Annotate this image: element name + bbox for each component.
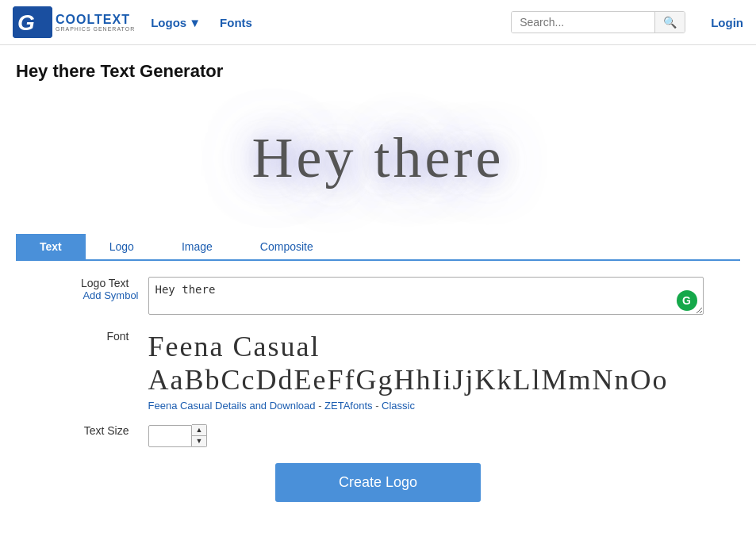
create-logo-button[interactable]: Create Logo [275, 463, 481, 502]
font-label: Font [106, 324, 138, 343]
nav-logos[interactable]: Logos ▼ [151, 16, 201, 29]
tab-composite[interactable]: Composite [236, 234, 337, 259]
size-spinner: ▲ ▼ [192, 424, 208, 447]
preview-text: Hey there [252, 125, 505, 191]
search-input[interactable] [512, 12, 654, 33]
text-size-row: Text Size 80 ▲ ▼ [53, 424, 704, 447]
font-label-group: Font [53, 330, 148, 343]
font-link2[interactable]: ZETAfonts [324, 400, 372, 412]
tabs-bar: Text Logo Image Composite [16, 234, 740, 261]
logo-text-label-group: Logo Text Add Symbol [53, 277, 148, 301]
logo-icon: G [13, 6, 52, 38]
login-link[interactable]: Login [711, 16, 743, 29]
logo-text: COOLTEXT GRAPHICS GENERATOR [56, 13, 135, 32]
font-links: Feena Casual Details and Download - ZETA… [148, 400, 704, 412]
tab-text[interactable]: Text [16, 234, 86, 259]
create-btn-row: Create Logo [53, 463, 704, 526]
header: G COOLTEXT GRAPHICS GENERATOR Logos ▼ Fo… [0, 0, 756, 45]
logo-text-label: Logo Text [81, 270, 138, 289]
add-symbol-link[interactable]: Add Symbol [53, 289, 139, 301]
font-detail-link[interactable]: Feena Casual Details and Download [148, 400, 316, 412]
nav-fonts[interactable]: Fonts [220, 16, 252, 29]
font-display-area: Feena Casual AaBbCcDdEeFfGgHhIiJjKkLlMmN… [148, 330, 704, 412]
tab-image[interactable]: Image [158, 234, 236, 259]
form-section: Logo Text Add Symbol G Font Feena Casual… [53, 277, 704, 526]
font-display-text: Feena Casual AaBbCcDdEeFfGgHhIiJjKkLlMmN… [148, 330, 704, 396]
search-button[interactable]: 🔍 [654, 12, 685, 33]
size-input[interactable]: 80 [148, 425, 192, 447]
font-link3[interactable]: Classic [382, 400, 415, 412]
logo-subtitle: GRAPHICS GENERATOR [56, 26, 135, 32]
spinner-down-button[interactable]: ▼ [192, 436, 207, 446]
logo-text-input[interactable] [148, 277, 704, 315]
page-title: Hey there Text Generator [16, 61, 740, 82]
main-nav: Logos ▼ Fonts [151, 16, 495, 29]
spinner-up-button[interactable]: ▲ [192, 425, 207, 436]
main-content: Hey there Text Generator Hey there Text … [0, 45, 756, 526]
font-row: Font Feena Casual AaBbCcDdEeFfGgHhIiJjKk… [53, 330, 704, 412]
svg-text:G: G [17, 10, 35, 35]
preview-area: Hey there [16, 94, 740, 221]
logo-text-row: Logo Text Add Symbol G [53, 277, 704, 317]
tab-logo[interactable]: Logo [86, 234, 158, 259]
site-logo[interactable]: G COOLTEXT GRAPHICS GENERATOR [13, 6, 135, 38]
text-size-label: Text Size [84, 418, 139, 437]
grammarly-icon: G [677, 290, 697, 311]
search-area: 🔍 [511, 11, 685, 33]
logo-text-input-wrap: G [148, 277, 704, 317]
cooltext-label: COOLTEXT [56, 13, 135, 26]
text-size-label-group: Text Size [53, 424, 148, 437]
size-input-wrap: 80 ▲ ▼ [148, 424, 208, 447]
